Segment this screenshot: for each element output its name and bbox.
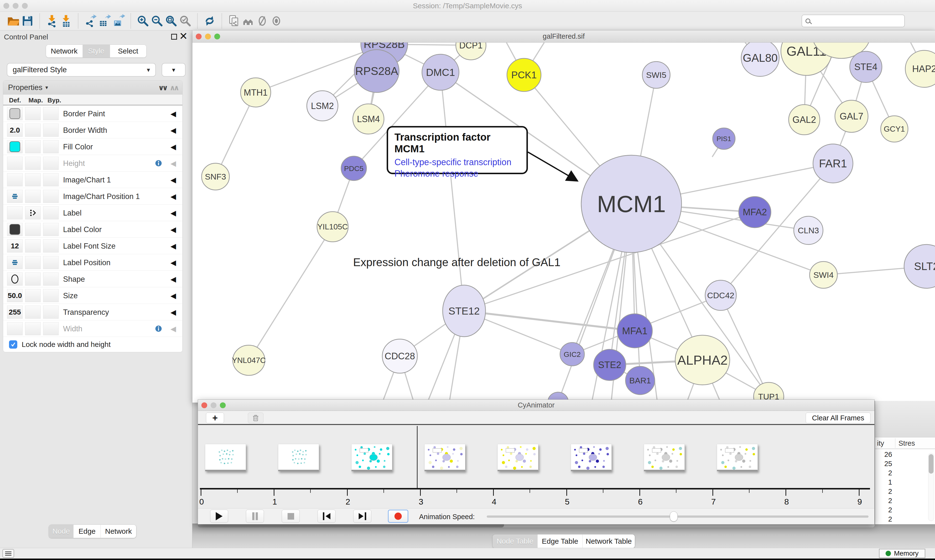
properties-title[interactable]: Properties xyxy=(8,83,42,92)
bypass-cell[interactable] xyxy=(43,272,59,286)
expand-property-icon[interactable]: ◀ xyxy=(170,225,176,234)
play-button[interactable] xyxy=(210,510,228,523)
minimize-window-icon[interactable] xyxy=(13,3,19,9)
panel-list-button[interactable] xyxy=(2,549,14,558)
expand-property-icon[interactable]: ◀ xyxy=(170,192,176,201)
maximize-window-icon[interactable] xyxy=(220,402,226,408)
table-row[interactable]: 2 xyxy=(875,488,895,497)
float-panel-icon[interactable] xyxy=(171,34,177,40)
tab-network[interactable]: Network xyxy=(46,45,83,57)
close-window-icon[interactable] xyxy=(3,3,9,9)
bypass-cell[interactable] xyxy=(43,322,59,335)
mapping-cell[interactable] xyxy=(25,206,41,219)
close-window-icon[interactable] xyxy=(196,34,202,39)
bypass-cell[interactable] xyxy=(43,140,59,153)
hide-icon[interactable] xyxy=(255,14,269,28)
zoom-selected-icon[interactable] xyxy=(178,14,192,28)
expand-property-icon[interactable]: ◀ xyxy=(170,308,176,317)
bypass-cell[interactable] xyxy=(43,123,59,137)
mapping-cell[interactable] xyxy=(25,173,41,186)
export-image-icon[interactable] xyxy=(111,14,126,28)
property-row-transparency[interactable]: 255 Transparency ◀ xyxy=(3,304,182,320)
property-row-label-color[interactable]: Label Color ◀ xyxy=(3,221,182,238)
default-value-cell[interactable] xyxy=(7,157,23,170)
mapping-cell[interactable] xyxy=(25,123,41,137)
table-row[interactable]: 2 xyxy=(875,497,895,506)
bypass-cell[interactable] xyxy=(43,239,59,252)
search-field[interactable] xyxy=(813,17,901,25)
property-row-border-paint[interactable]: Border Paint ◀ xyxy=(3,105,182,122)
frame-thumbnail-3[interactable] xyxy=(424,444,465,471)
memory-button[interactable]: Memory xyxy=(879,549,925,558)
table-row[interactable]: 2 xyxy=(875,469,895,478)
bypass-cell[interactable] xyxy=(43,306,59,319)
bypass-cell[interactable] xyxy=(43,206,59,219)
search-input[interactable] xyxy=(802,15,905,27)
mapping-cell[interactable] xyxy=(25,239,41,252)
expand-property-icon[interactable]: ◀ xyxy=(170,109,176,118)
expand-property-icon[interactable]: ◀ xyxy=(170,126,176,134)
cyanimator-titlebar[interactable]: CyAnimator xyxy=(198,400,874,411)
table-row[interactable]: 2 xyxy=(875,515,895,525)
default-value-cell[interactable] xyxy=(7,223,23,236)
expand-all-icon[interactable]: ∨∨ xyxy=(158,84,166,92)
add-frame-button[interactable]: + xyxy=(206,412,224,423)
tab-network[interactable]: Network xyxy=(100,525,136,538)
maximize-window-icon[interactable] xyxy=(214,34,220,39)
eye-icon[interactable] xyxy=(269,14,284,28)
frame-thumbnail-4[interactable] xyxy=(497,444,538,471)
first-neighbors-icon[interactable] xyxy=(241,14,255,28)
table-row[interactable]: 2 xyxy=(875,506,895,515)
record-button[interactable] xyxy=(388,510,408,523)
frame-thumbnail-0[interactable] xyxy=(205,444,246,471)
frame-thumbnail-5[interactable] xyxy=(571,444,612,471)
property-row-image-chart-1[interactable]: Image/Chart 1 ◀ xyxy=(3,171,182,188)
lock-checkbox[interactable] xyxy=(9,340,17,349)
table-row[interactable]: 25 xyxy=(875,460,895,469)
speed-slider[interactable] xyxy=(487,515,869,518)
default-value-cell[interactable] xyxy=(7,173,23,186)
zoom-in-icon[interactable] xyxy=(136,14,150,28)
edge-ynl047c-yil105c[interactable] xyxy=(249,227,333,360)
mapping-cell[interactable] xyxy=(25,272,41,286)
default-value-cell[interactable] xyxy=(7,256,23,269)
property-row-width[interactable]: Width ◀ xyxy=(3,320,182,337)
style-selector[interactable]: galFiltered Style ▾ xyxy=(7,63,156,77)
tab-edge[interactable]: Edge xyxy=(73,525,100,538)
tab-edge-table[interactable]: Edge Table xyxy=(537,534,582,548)
tab-node[interactable]: Node xyxy=(49,525,73,538)
network-graph[interactable]: RPS28BDCP1RPS28ADMC1PCK1SWI5GAL80GAL11ST… xyxy=(192,43,935,403)
skip-start-button[interactable] xyxy=(318,510,336,523)
delete-frame-button[interactable] xyxy=(248,412,264,423)
maximize-window-icon[interactable] xyxy=(22,3,28,9)
pause-button[interactable] xyxy=(246,510,264,523)
info-icon[interactable] xyxy=(155,325,162,332)
import-table-icon[interactable] xyxy=(59,14,73,28)
collapse-all-icon[interactable]: ∧∧ xyxy=(170,84,177,92)
edge-dmc1-ste12[interactable] xyxy=(440,72,464,311)
close-window-icon[interactable] xyxy=(201,402,207,408)
expand-property-icon[interactable]: ◀ xyxy=(170,325,176,333)
open-file-icon[interactable] xyxy=(6,14,20,28)
timeline[interactable]: 0 1 2 3 4 5 6 7 8 9 Seconds xyxy=(198,426,874,508)
default-value-cell[interactable]: 2.0 xyxy=(7,123,23,137)
expand-property-icon[interactable]: ◀ xyxy=(170,159,176,168)
network-canvas[interactable]: RPS28BDCP1RPS28ADMC1PCK1SWI5GAL80GAL11ST… xyxy=(192,43,935,403)
frame-thumbnail-6[interactable] xyxy=(644,444,685,471)
expand-property-icon[interactable]: ◀ xyxy=(170,275,176,283)
export-network-icon[interactable] xyxy=(83,14,97,28)
default-value-cell[interactable] xyxy=(7,272,23,286)
close-panel-icon[interactable]: ✕ xyxy=(179,31,188,42)
tab-network-table[interactable]: Network Table xyxy=(582,534,635,548)
bypass-cell[interactable] xyxy=(43,223,59,236)
snapshot-icon[interactable] xyxy=(227,14,241,28)
default-value-cell[interactable]: 50.0 xyxy=(7,289,23,302)
stop-button[interactable] xyxy=(282,510,300,523)
vertical-scrollbar[interactable] xyxy=(928,453,934,521)
property-row-label[interactable]: Label ◀ xyxy=(3,205,182,221)
minimize-window-icon[interactable] xyxy=(205,34,211,39)
speed-slider-handle[interactable] xyxy=(670,511,677,522)
mapping-cell[interactable] xyxy=(25,256,41,269)
expand-property-icon[interactable]: ◀ xyxy=(170,143,176,151)
default-value-cell[interactable] xyxy=(7,190,23,203)
